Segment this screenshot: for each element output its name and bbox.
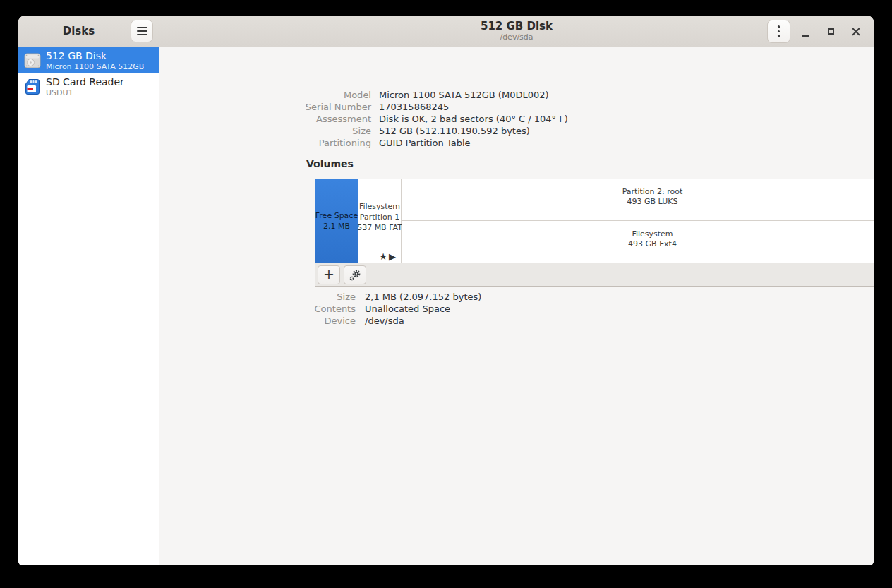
segment-label: Free Space (315, 212, 358, 220)
info-label: Model (160, 90, 371, 100)
desktop-background: Disks 512 GB Disk /dev/sda (0, 0, 892, 588)
info-row-contents: Contents Unallocated Space (160, 303, 481, 315)
info-label: Device (160, 316, 356, 326)
drive-details-pane: Model Micron 1100 SATA 512GB (M0DL002) S… (160, 47, 874, 565)
window-title: 512 GB Disk (481, 20, 553, 32)
create-partition-button[interactable]: + (318, 265, 340, 284)
hard-disk-icon (23, 52, 42, 70)
volume-segment-partition-2: Partition 2: root 493 GB LUKS Filesystem… (402, 179, 874, 263)
partition-2-filesystem[interactable]: Filesystem 493 GB Ext4 ★▶ (402, 222, 874, 263)
mounted-icon: ▶ (389, 251, 397, 262)
info-row-size: Size 2,1 MB (2.097.152 bytes) (160, 291, 481, 303)
info-row-assessment: Assessment Disk is OK, 2 bad sectors (40… (160, 113, 568, 125)
drive-menu-button[interactable] (767, 20, 790, 43)
sidebar-item-sd-card-reader[interactable]: SD Card Reader USDU1 (18, 73, 159, 100)
sidebar-headerbar: Disks (18, 16, 159, 47)
hamburger-menu-button[interactable] (131, 20, 153, 42)
hamburger-icon (137, 27, 147, 28)
info-label: Partitioning (160, 138, 371, 148)
partition-flags: ★▶ (379, 251, 397, 262)
info-row-model: Model Micron 1100 SATA 512GB (M0DL002) (160, 89, 568, 101)
device-sidebar: 512 GB Disk Micron 1100 SATA 512GB SD Ca… (18, 47, 159, 565)
info-label: Size (160, 292, 356, 302)
info-value: GUID Partition Table (379, 138, 471, 148)
info-label: Contents (160, 304, 356, 314)
info-row-partitioning: Partitioning GUID Partition Table (160, 137, 568, 149)
volume-segment-free-space-1[interactable]: Free Space 2,1 MB (315, 179, 358, 263)
info-row-size: Size 512 GB (512.110.190.592 bytes) (160, 125, 568, 137)
sidebar-item-title: SD Card Reader (46, 76, 124, 88)
app-title: Disks (63, 25, 95, 37)
maximize-button[interactable] (820, 21, 841, 42)
volumes-grid: Free Space 2,1 MB Filesystem Partition 1… (315, 179, 874, 263)
minimize-button[interactable] (795, 21, 816, 42)
segment-content-type: Filesystem (359, 203, 400, 211)
segment-size: 2,1 MB (323, 222, 350, 231)
partition-2-luks-container[interactable]: Partition 2: root 493 GB LUKS (402, 179, 874, 221)
gear-icon (349, 269, 361, 281)
volumes-toolbar: + (315, 263, 874, 287)
info-value: 512 GB (512.110.190.592 bytes) (379, 126, 530, 136)
maximize-icon (828, 28, 834, 35)
sidebar-item-subtitle: USDU1 (46, 88, 124, 97)
close-button[interactable] (845, 21, 867, 42)
segment-label: Partition 2: root (622, 188, 683, 196)
info-value: /dev/sda (365, 316, 404, 326)
info-value: Unallocated Space (365, 304, 450, 314)
info-label: Serial Number (160, 102, 371, 112)
segment-label: Partition 1 (360, 213, 399, 222)
info-row-serial-number: Serial Number 170315868245 (160, 101, 568, 113)
headerbar: Disks 512 GB Disk /dev/sda (18, 16, 874, 47)
info-label: Assessment (160, 114, 371, 124)
segment-size: 537 MB FAT (357, 224, 402, 232)
info-label: Size (160, 126, 371, 136)
info-value: 2,1 MB (2.097.152 bytes) (365, 292, 481, 302)
drive-info-grid: Model Micron 1100 SATA 512GB (M0DL002) S… (160, 89, 568, 149)
close-icon (852, 28, 860, 36)
segment-content-type: Filesystem (632, 230, 673, 239)
disks-application-window: Disks 512 GB Disk /dev/sda (18, 16, 874, 565)
info-row-device: Device /dev/sda (160, 315, 481, 327)
volumes-heading: Volumes (306, 158, 354, 169)
selection-info-grid: Size 2,1 MB (2.097.152 bytes) Contents U… (160, 291, 481, 327)
window-subtitle: /dev/sda (500, 32, 533, 42)
sidebar-item-512gb-disk[interactable]: 512 GB Disk Micron 1100 SATA 512GB (18, 47, 159, 73)
minimize-icon (802, 35, 809, 37)
sd-card-icon (23, 78, 42, 96)
plus-icon: + (323, 268, 334, 281)
segment-size: 493 GB Ext4 (628, 240, 677, 248)
window-controls (767, 16, 867, 47)
sidebar-item-title: 512 GB Disk (46, 50, 144, 62)
info-value: 170315868245 (379, 102, 449, 112)
volume-segment-partition-1[interactable]: Filesystem Partition 1 537 MB FAT ★▶ (358, 179, 402, 263)
star-icon: ★ (379, 251, 389, 262)
segment-size: 493 GB LUKS (627, 198, 678, 206)
volume-options-button[interactable] (344, 265, 366, 284)
info-value: Disk is OK, 2 bad sectors (40° C / 104° … (379, 114, 568, 124)
kebab-menu-icon (778, 25, 780, 28)
sidebar-item-subtitle: Micron 1100 SATA 512GB (46, 62, 144, 71)
info-value: Micron 1100 SATA 512GB (M0DL002) (379, 90, 549, 100)
